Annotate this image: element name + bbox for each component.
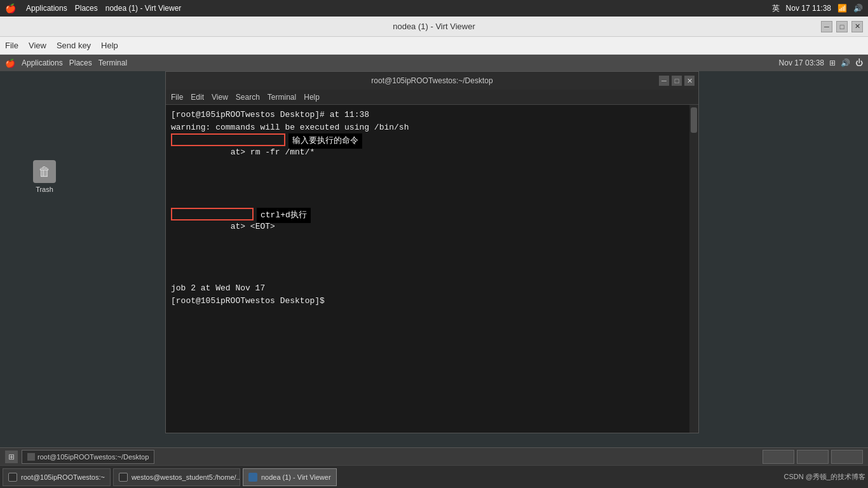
vm-task-terminal-icon (27, 453, 35, 461)
vm-bottombar: ⊞ root@105ipROOTwestos:~/Desktop (0, 447, 868, 465)
annotation-input: 输入要执行的命令 (288, 133, 362, 149)
terminal-scrollbar[interactable] (689, 105, 698, 433)
terminal-menubar: File Edit View Search Terminal Help (166, 90, 698, 105)
trash-label: Trash (36, 186, 53, 193)
term-menu-file[interactable]: File (171, 93, 183, 102)
vm-terminal-label[interactable]: Terminal (98, 58, 127, 67)
term-menu-help[interactable]: Help (304, 93, 320, 102)
terminal-title: root@105ipROOTwestos:~/Desktop (371, 76, 492, 85)
taskbar-item-1[interactable]: westos@westos_student5:/home/... (113, 468, 240, 486)
main-content: 🍎 Applications Places Terminal Nov 17 03… (0, 55, 868, 465)
virt-viewer-title: nodea (1) - Virt Viewer (393, 22, 475, 31)
term-menu-terminal[interactable]: Terminal (268, 93, 296, 102)
system-window-title: nodea (1) - Virt Viewer (105, 4, 182, 13)
vm-desktop: 🗑 Trash 西部开源 root@105ipROOTwestos:~/Desk… (0, 71, 868, 447)
menu-help[interactable]: Help (101, 41, 118, 50)
vm-expand-icon[interactable]: ⊞ (5, 451, 18, 463)
vm-apps-icon: 🍎 (5, 58, 15, 68)
terminal-restore[interactable]: □ (672, 76, 682, 86)
taskbar-item-2[interactable]: nodea (1) - Virt Viewer (243, 468, 337, 486)
apps-icon: 🍎 (5, 3, 16, 13)
virt-viewer-titlebar: nodea (1) - Virt Viewer ─ □ ✕ (0, 17, 868, 37)
terminal-minimize[interactable]: ─ (659, 76, 669, 86)
menu-view[interactable]: View (29, 41, 46, 50)
term-line-2: warning: commands will be executed using… (171, 121, 693, 134)
terminal-titlebar: root@105ipROOTwestos:~/Desktop ─ □ ✕ (166, 72, 698, 90)
restore-button[interactable]: □ (836, 21, 848, 32)
system-bar: 🍎 Applications Places nodea (1) - Virt V… (0, 0, 868, 17)
system-apps-label[interactable]: Applications (26, 4, 67, 13)
vm-ctrl-3[interactable] (831, 450, 863, 464)
taskbar-right: CSDN @秀顿_的技术博客 (783, 472, 865, 482)
taskbar-icon-0 (8, 473, 17, 482)
vm-area: 🍎 Applications Places Terminal Nov 17 03… (0, 55, 868, 465)
vm-task-terminal[interactable]: root@105ipROOTwestos:~/Desktop (22, 450, 154, 464)
taskbar: root@105ipROOTwestos:~ westos@westos_stu… (0, 465, 868, 488)
vm-bottombar-controls (763, 450, 863, 464)
term-line-6: [root@105ipROOTwestos Desktop]$ (171, 295, 693, 308)
vm-power-icon[interactable]: ⏻ (855, 58, 863, 67)
term-line-5: job 2 at Wed Nov 17 (171, 282, 693, 295)
vm-datetime: Nov 17 03:38 (779, 58, 824, 67)
term-menu-edit[interactable]: Edit (191, 93, 204, 102)
menu-send-key[interactable]: Send key (57, 41, 91, 50)
vm-sound-icon: 🔊 (841, 58, 850, 67)
terminal-close[interactable]: ✕ (684, 76, 695, 86)
term-menu-search[interactable]: Search (236, 93, 260, 102)
system-datetime: Nov 17 11:38 (786, 4, 831, 13)
wifi-icon: 📶 (837, 4, 847, 13)
trash-icon[interactable]: 🗑 Trash (25, 160, 64, 193)
vm-apps-label[interactable]: Applications (22, 58, 63, 67)
system-places-label[interactable]: Places (75, 4, 98, 13)
trash-image: 🗑 (33, 160, 56, 183)
vm-places-label[interactable]: Places (69, 58, 92, 67)
menu-file[interactable]: File (5, 41, 18, 50)
term-line-1: [root@105ipROOTwestos Desktop]# at 11:38 (171, 109, 693, 121)
taskbar-icon-1 (119, 473, 128, 482)
system-lang: 英 (772, 3, 780, 14)
virt-viewer-menubar: File View Send key Help (0, 37, 868, 55)
taskbar-icon-2 (248, 473, 257, 482)
vm-display-icon: ⊞ (829, 58, 836, 67)
taskbar-item-0[interactable]: root@105ipROOTwestos:~ (3, 468, 111, 486)
terminal-window: root@105ipROOTwestos:~/Desktop ─ □ ✕ Fil… (165, 71, 699, 433)
term-line-3: at> rm -fr /mnt/* 输入要执行的命令 (171, 133, 693, 208)
term-line-4: at> <EOT> ctrl+d执行 (171, 208, 693, 282)
vm-topbar: 🍎 Applications Places Terminal Nov 17 03… (0, 55, 868, 71)
sound-icon: 🔊 (853, 4, 863, 13)
close-button[interactable]: ✕ (851, 21, 863, 32)
vm-ctrl-1[interactable] (763, 450, 794, 464)
terminal-body[interactable]: [root@105ipROOTwestos Desktop]# at 11:38… (166, 105, 698, 433)
minimize-button[interactable]: ─ (821, 21, 832, 32)
annotation-ctrl: ctrl+d执行 (257, 208, 311, 223)
term-menu-view[interactable]: View (212, 93, 228, 102)
vm-ctrl-2[interactable] (797, 450, 829, 464)
